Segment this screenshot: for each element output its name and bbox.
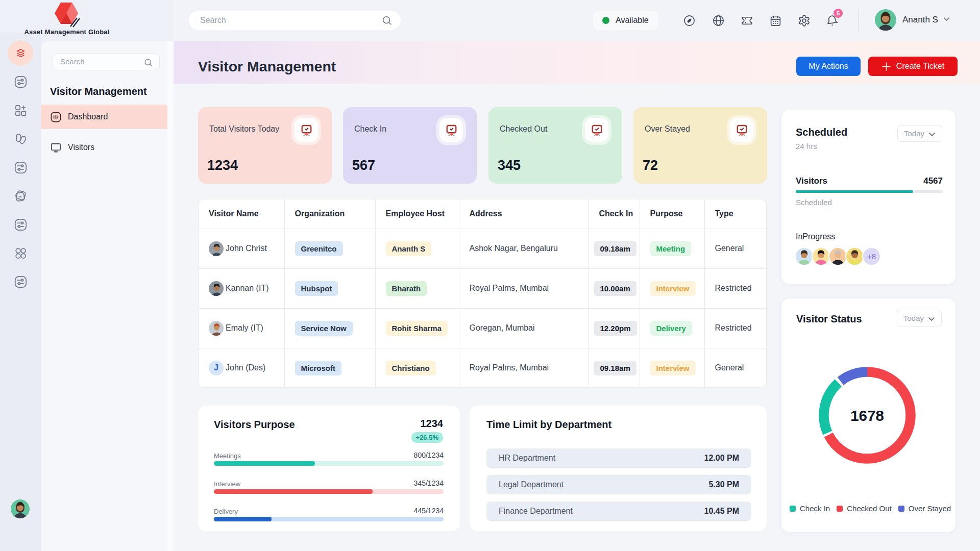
- svg-text:1678: 1678: [850, 407, 884, 424]
